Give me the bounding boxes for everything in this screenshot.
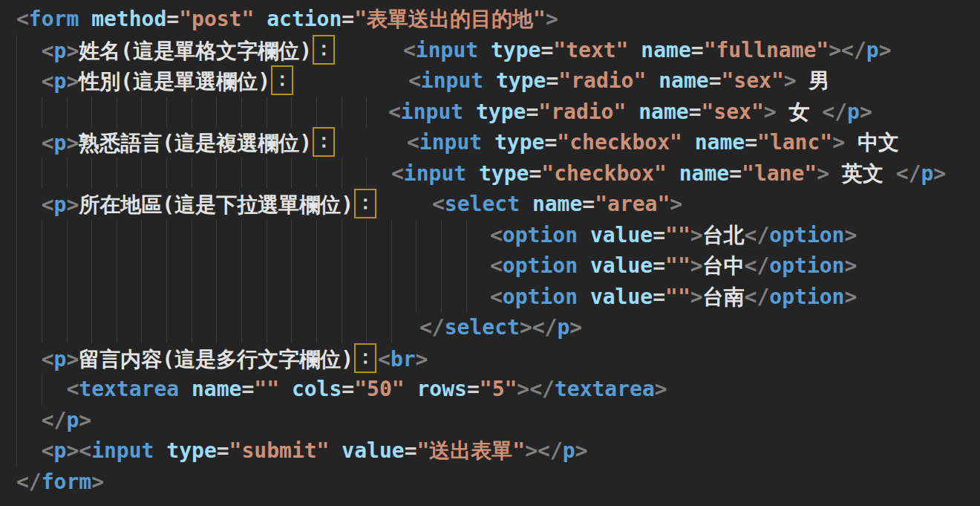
indent-guide — [67, 250, 68, 282]
code-token: form — [29, 7, 79, 31]
code-token: input — [421, 68, 483, 93]
code-line[interactable]: <p>留言内容(這是多行文字欄位)：<br> — [0, 343, 980, 374]
code-token: </ — [745, 253, 770, 278]
code-line[interactable]: <input type="radio" name="sex"> 女 </p> — [0, 97, 980, 128]
code-token: = — [529, 161, 541, 186]
code-line-aligned-content: <option value="">台南</option> — [490, 282, 857, 313]
code-token: < — [42, 347, 54, 372]
code-line-aligned-content: <input type="checkbox" name="lane"> 英文 <… — [391, 158, 946, 189]
code-token: > — [832, 130, 845, 155]
indent-guide — [42, 374, 42, 405]
indent-guide — [316, 97, 317, 128]
code-line[interactable]: </p> — [0, 405, 980, 436]
code-token: </ — [822, 100, 847, 124]
code-token: "lane" — [742, 161, 817, 186]
code-token: > — [690, 253, 703, 278]
code-token: value — [590, 223, 653, 247]
code-line[interactable]: </form> — [0, 467, 980, 498]
code-token: select — [445, 315, 520, 340]
code-token: = — [653, 253, 665, 278]
code-token: < — [42, 438, 54, 463]
code-token — [16, 438, 42, 463]
code-token: type — [491, 38, 540, 62]
code-token: cols — [292, 377, 342, 401]
code-token: input — [419, 130, 482, 155]
indent-guide — [267, 158, 267, 189]
indent-guide — [342, 158, 342, 189]
code-token: "" — [254, 377, 279, 401]
code-token: > — [66, 39, 79, 63]
code-token: < — [490, 223, 503, 247]
code-line[interactable]: <input type="checkbox" name="lane"> 英文 <… — [0, 158, 980, 189]
code-token — [329, 438, 342, 463]
indent-guide — [342, 97, 342, 128]
code-line[interactable]: <p><input type="submit" value="送出表單"></p… — [0, 435, 980, 467]
code-token: input — [401, 100, 463, 124]
indent-guide — [441, 220, 442, 251]
code-token: "checkbox" — [541, 161, 667, 186]
code-line-content: <p>姓名(這是單格文字欄位)： — [16, 39, 336, 63]
code-token: option — [503, 223, 578, 247]
code-token: = — [691, 38, 704, 62]
indent-guide — [16, 405, 17, 436]
code-token: > — [844, 285, 857, 309]
code-line[interactable]: <option value="">台中</option> — [0, 250, 980, 282]
indent-guide — [16, 282, 17, 313]
indent-guide — [16, 97, 17, 128]
code-token: > — [66, 347, 79, 372]
indent-guide — [192, 220, 192, 251]
code-token: p — [66, 408, 79, 432]
code-line[interactable]: <option value="">台南</option> — [0, 282, 980, 313]
code-token — [254, 7, 267, 31]
code-token: option — [769, 285, 844, 309]
code-line[interactable]: <p>熟悉語言(這是複選欄位)：<input type="checkbox" n… — [0, 127, 980, 158]
code-line[interactable]: <p>性別(這是單選欄位)：<input type="radio" name="… — [0, 65, 980, 97]
code-line[interactable]: <p>所在地區(這是下拉選單欄位)：<select name="area"> — [0, 189, 980, 220]
code-token — [682, 130, 695, 155]
code-token: < — [79, 438, 91, 463]
code-token: > — [670, 192, 682, 216]
code-token: "submit" — [229, 438, 330, 463]
indent-guide — [166, 220, 167, 251]
indent-guide — [42, 312, 42, 343]
indent-guide — [141, 250, 142, 282]
code-token: = — [540, 38, 553, 62]
indent-guide — [316, 282, 317, 313]
unicode-highlight-box: ： — [354, 343, 376, 373]
indent-guide — [141, 97, 142, 128]
indent-guide — [141, 158, 142, 189]
code-token — [179, 377, 192, 401]
code-token: = — [745, 130, 757, 155]
code-line[interactable]: <textarea name="" cols="50" rows="5"></t… — [0, 374, 980, 405]
indent-guide — [291, 97, 292, 128]
code-token: = — [342, 7, 354, 31]
code-token: > — [416, 347, 428, 372]
indent-guide — [16, 220, 17, 251]
code-token: name — [641, 38, 690, 62]
indent-guide — [16, 435, 17, 467]
code-token: name — [679, 161, 729, 186]
code-token — [667, 161, 679, 186]
indent-guide — [42, 250, 42, 282]
code-line[interactable]: </select></p> — [0, 312, 980, 343]
code-token: rows — [416, 377, 466, 401]
code-token: method — [91, 7, 166, 31]
code-token: < — [403, 38, 416, 62]
indent-guide — [241, 158, 242, 189]
code-token: p — [54, 192, 67, 217]
code-token: </ — [532, 315, 558, 340]
code-line-content: <p>熟悉語言(這是複選欄位)： — [16, 131, 336, 155]
indent-guide — [267, 312, 267, 343]
code-token: 留言内容(這是多行文字欄位) — [79, 347, 353, 372]
code-line[interactable]: <option value="">台北</option> — [0, 220, 980, 251]
code-line[interactable]: <form method="post" action="表單送出的目的地"> — [0, 4, 980, 35]
indent-guide — [267, 220, 267, 251]
indent-guide — [42, 158, 42, 189]
code-line[interactable]: <p>姓名(這是單格文字欄位)：<input type="text" name=… — [0, 35, 980, 66]
code-editor[interactable]: <form method="post" action="表單送出的目的地"> <… — [0, 0, 980, 506]
indent-guide — [16, 127, 17, 158]
code-token: type — [166, 438, 216, 463]
code-token: "area" — [595, 192, 670, 216]
indent-guide — [316, 158, 317, 189]
indent-guide — [291, 250, 292, 282]
